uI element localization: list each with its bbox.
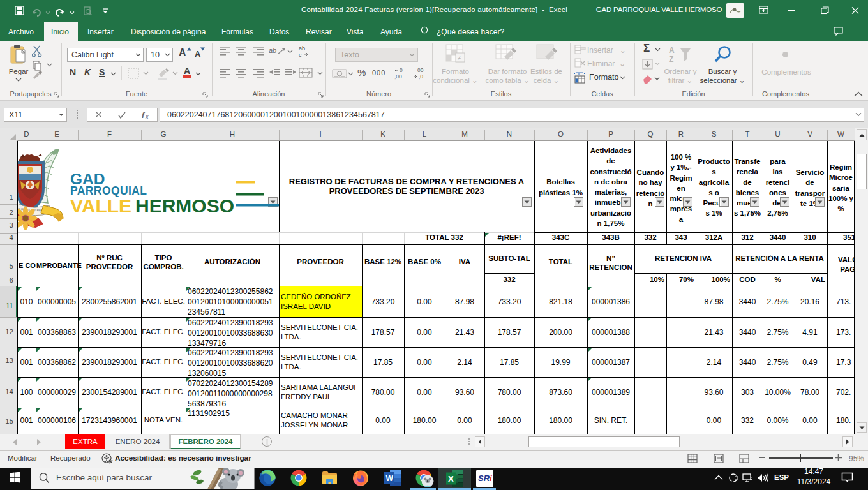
svg-text:x: x — [145, 114, 149, 119]
svg-text:X: X — [448, 474, 454, 484]
svg-text:00: 00 — [417, 67, 424, 73]
svg-text:c: c — [299, 52, 302, 58]
svg-text:Z: Z — [669, 55, 673, 64]
svg-text:HERMOSO: HERMOSO — [135, 195, 234, 216]
svg-text:f: f — [142, 111, 145, 119]
svg-text:W: W — [386, 474, 394, 483]
svg-text:A: A — [669, 46, 675, 55]
svg-text:,00: ,00 — [394, 73, 402, 80]
svg-text:VALLE: VALLE — [70, 195, 131, 216]
svg-text:0: 0 — [400, 67, 403, 73]
svg-text:ab: ab — [299, 45, 305, 52]
svg-text:ab: ab — [269, 47, 276, 54]
svg-text:≠: ≠ — [458, 54, 461, 61]
svg-text:,0: ,0 — [419, 73, 423, 80]
